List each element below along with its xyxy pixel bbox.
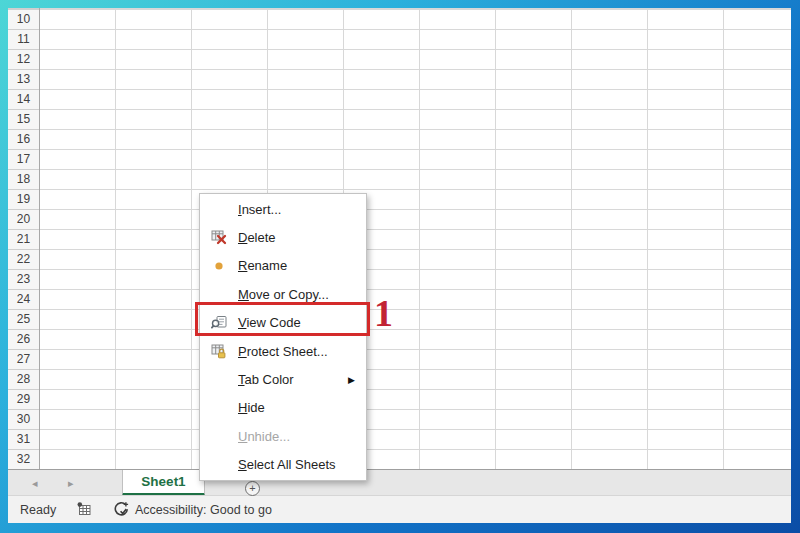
row-header-13[interactable]: 13	[8, 69, 39, 89]
step-number-label: 1	[374, 294, 393, 332]
rename-bullet-icon	[209, 261, 229, 271]
status-mode: Ready	[20, 503, 68, 517]
row-header-28[interactable]: 28	[8, 369, 39, 389]
row-header-27[interactable]: 27	[8, 349, 39, 369]
menu-item-delete[interactable]: Delete	[200, 223, 366, 251]
row-header-32[interactable]: 32	[8, 449, 39, 469]
row-header-25[interactable]: 25	[8, 309, 39, 329]
row-header-22[interactable]: 22	[8, 249, 39, 269]
row-header-16[interactable]: 16	[8, 129, 39, 149]
spreadsheet-grid: 1011121314151617181920212223242526272829…	[8, 8, 791, 469]
row-header-24[interactable]: 24	[8, 289, 39, 309]
excel-window: 1011121314151617181920212223242526272829…	[8, 8, 791, 523]
menu-item-protect-sheet[interactable]: Protect Sheet...	[200, 337, 366, 365]
menu-item-hide[interactable]: Hide	[200, 394, 366, 422]
accessibility-checker-icon	[113, 501, 130, 518]
prev-sheet-icon[interactable]: ◂	[32, 476, 38, 490]
status-bar: Ready Accessibility: Good to go	[8, 495, 791, 523]
row-header-11[interactable]: 11	[8, 29, 39, 49]
row-number-list: 1011121314151617181920212223242526272829…	[8, 9, 39, 469]
row-header-20[interactable]: 20	[8, 209, 39, 229]
menu-item-unhide: Unhide...	[200, 422, 366, 450]
submenu-arrow-icon: ▶	[348, 375, 355, 385]
row-header-21[interactable]: 21	[8, 229, 39, 249]
tab-sheet1-label: Sheet1	[141, 474, 185, 489]
next-sheet-icon[interactable]: ▸	[68, 476, 74, 490]
row-header-17[interactable]: 17	[8, 149, 39, 169]
spreadsheet-cells[interactable]	[40, 8, 791, 469]
row-header-30[interactable]: 30	[8, 409, 39, 429]
row-header-18[interactable]: 18	[8, 169, 39, 189]
sheet-context-menu: Insert... Delete Rename Move or Copy...	[199, 193, 367, 481]
row-header-26[interactable]: 26	[8, 329, 39, 349]
accessibility-status[interactable]: Accessibility: Good to go	[113, 501, 272, 518]
protect-sheet-icon	[209, 343, 229, 360]
sheet-tab-bar: ◂ ▸ Sheet1 +	[8, 469, 791, 495]
row-header-14[interactable]: 14	[8, 89, 39, 109]
menu-item-select-all-sheets[interactable]: Select All Sheets	[200, 451, 366, 479]
new-sheet-button[interactable]: +	[245, 481, 260, 496]
menu-item-rename[interactable]: Rename	[200, 252, 366, 280]
highlight-box-view-code	[195, 302, 370, 336]
row-header-15[interactable]: 15	[8, 109, 39, 129]
menu-item-tab-color[interactable]: Tab Color ▶	[200, 365, 366, 393]
screenshot-root: { "grid": { "rows": ["10","11","12","13"…	[0, 0, 800, 533]
row-headers: 1011121314151617181920212223242526272829…	[8, 8, 40, 469]
menu-item-insert[interactable]: Insert...	[200, 195, 366, 223]
row-header-23[interactable]: 23	[8, 269, 39, 289]
accessibility-text: Accessibility: Good to go	[135, 503, 272, 517]
row-header-10[interactable]: 10	[8, 9, 39, 29]
row-header-31[interactable]: 31	[8, 429, 39, 449]
row-header-19[interactable]: 19	[8, 189, 39, 209]
tab-sheet1[interactable]: Sheet1	[122, 470, 205, 496]
row-header-29[interactable]: 29	[8, 389, 39, 409]
macro-record-icon[interactable]	[76, 501, 93, 518]
delete-sheet-icon	[209, 229, 229, 246]
row-header-12[interactable]: 12	[8, 49, 39, 69]
